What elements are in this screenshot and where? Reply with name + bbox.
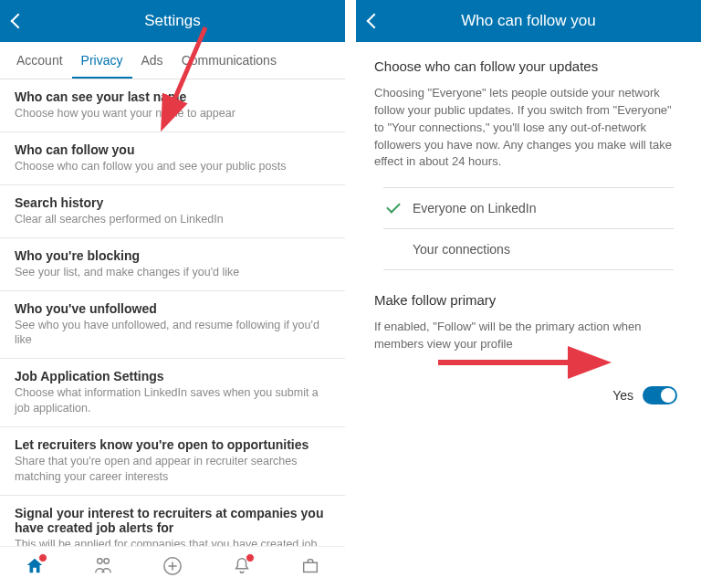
row-job-app-settings[interactable]: Job Application Settings Choose what inf… <box>0 359 345 427</box>
notification-dot-icon <box>38 553 47 562</box>
tab-account[interactable]: Account <box>7 42 72 79</box>
check-icon <box>386 199 401 214</box>
row-sub: Share that you're open and appear in rec… <box>15 454 330 485</box>
nav-add[interactable] <box>162 556 183 576</box>
row-sub: See your list, and make changes if you'd… <box>15 265 330 280</box>
svg-line-1 <box>164 27 205 123</box>
row-title: Job Application Settings <box>15 369 330 383</box>
bottom-nav <box>0 546 345 584</box>
nav-jobs[interactable] <box>300 556 320 576</box>
header-bar: Who can follow you <box>356 0 701 42</box>
row-sub: Choose who can follow you and see your p… <box>15 159 330 174</box>
who-can-follow-screen: Who can follow you Choose who can follow… <box>356 0 701 588</box>
row-title: Who can follow you <box>15 142 330 157</box>
annotation-arrow-icon <box>155 27 228 137</box>
option-everyone[interactable]: Everyone on LinkedIn <box>383 188 674 229</box>
row-title: Who you've unfollowed <box>15 301 330 316</box>
follow-primary-toggle[interactable] <box>643 386 677 404</box>
follow-primary-toggle-row: Yes <box>374 386 683 404</box>
option-label: Your connections <box>413 242 510 257</box>
option-label: Everyone on LinkedIn <box>413 201 536 215</box>
section2-title: Make follow primary <box>374 292 683 308</box>
option-connections[interactable]: Your connections <box>383 229 674 270</box>
row-search-history[interactable]: Search history Clear all searches perfor… <box>0 185 345 238</box>
follow-options: Everyone on LinkedIn Your connections <box>383 187 674 270</box>
tab-privacy[interactable]: Privacy <box>72 42 132 79</box>
section1-desc: Choosing "Everyone" lets people outside … <box>374 85 683 171</box>
row-title: Search history <box>15 195 330 210</box>
annotation-arrow-icon <box>438 353 621 372</box>
row-sub: Clear all searches performed on LinkedIn <box>15 212 330 227</box>
header-title: Who can follow you <box>356 12 701 30</box>
row-recruiters-open[interactable]: Let recruiters know you're open to oppor… <box>0 427 345 496</box>
row-title: Signal your interest to recruiters at co… <box>15 506 330 535</box>
row-unfollowed[interactable]: Who you've unfollowed See who you have u… <box>0 291 345 360</box>
toggle-label: Yes <box>612 388 633 403</box>
toggle-knob <box>661 388 675 403</box>
section2-desc: If enabled, "Follow" will be the primary… <box>374 319 683 353</box>
section1-title: Choose who can follow your updates <box>374 58 683 74</box>
nav-notifications[interactable] <box>232 556 252 576</box>
row-title: Let recruiters know you're open to oppor… <box>15 437 330 452</box>
row-sub: See who you have unfollowed, and resume … <box>15 318 330 349</box>
notification-dot-icon <box>246 553 255 562</box>
nav-home[interactable] <box>25 556 45 576</box>
row-blocking[interactable]: Who you're blocking See your list, and m… <box>0 238 345 291</box>
nav-network[interactable] <box>93 556 113 576</box>
row-title: Who you're blocking <box>15 248 330 263</box>
row-sub: Choose what information LinkedIn saves w… <box>15 385 330 416</box>
settings-list[interactable]: Who can see your last name Choose how yo… <box>0 79 345 588</box>
row-who-can-follow[interactable]: Who can follow you Choose who can follow… <box>0 132 345 185</box>
